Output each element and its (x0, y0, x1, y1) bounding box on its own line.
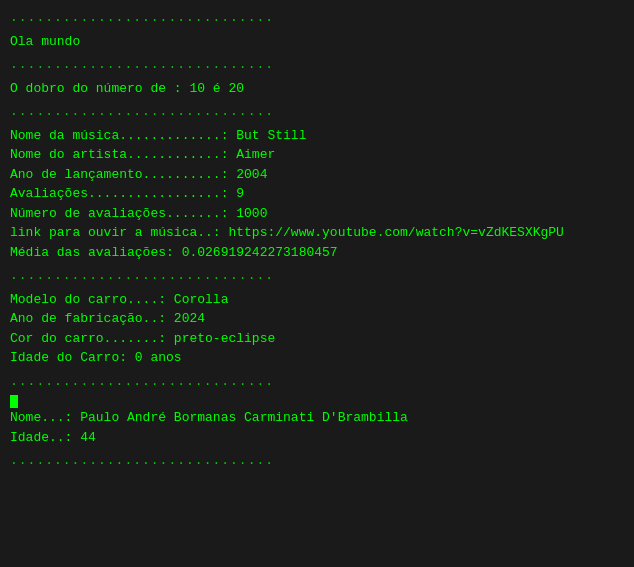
section-car: Modelo do carro....: Corolla Ano de fabr… (10, 290, 624, 368)
link-line: link para ouvir a música..: https://www.… (10, 223, 624, 243)
car-model-line: Modelo do carro....: Corolla (10, 290, 624, 310)
car-color-line: Cor do carro.......: preto-eclipse (10, 329, 624, 349)
separator-4: .............................. (10, 266, 624, 286)
cursor-line (10, 395, 624, 408)
person-age-line: Idade..: 44 (10, 428, 624, 448)
avg-rating-line: Média das avaliações: 0.0269192422731804… (10, 243, 624, 263)
section-music: Nome da música.............: But Still N… (10, 126, 624, 263)
terminal-output: .............................. Ola mundo… (10, 8, 624, 471)
year-line: Ano de lançamento..........: 2004 (10, 165, 624, 185)
car-year-line: Ano de fabricação..: 2024 (10, 309, 624, 329)
artist-name-line: Nome do artista............: Aimer (10, 145, 624, 165)
section-person: Nome...: Paulo André Bormanas Carminati … (10, 395, 624, 447)
ola-mundo-line: Ola mundo (10, 32, 624, 52)
section-dobro: O dobro do número de : 10 é 20 (10, 79, 624, 99)
car-age-line: Idade do Carro: 0 anos (10, 348, 624, 368)
ratings-line: Avaliações.................: 9 (10, 184, 624, 204)
num-ratings-line: Número de avaliações.......: 1000 (10, 204, 624, 224)
separator-5: .............................. (10, 372, 624, 392)
separator-6: .............................. (10, 451, 624, 471)
music-name-line: Nome da música.............: But Still (10, 126, 624, 146)
dobro-line: O dobro do número de : 10 é 20 (10, 79, 624, 99)
section-ola-mundo: Ola mundo (10, 32, 624, 52)
person-name-line: Nome...: Paulo André Bormanas Carminati … (10, 408, 624, 428)
terminal-cursor (10, 395, 18, 408)
separator-3: .............................. (10, 102, 624, 122)
separator-2: .............................. (10, 55, 624, 75)
separator-1: .............................. (10, 8, 624, 28)
